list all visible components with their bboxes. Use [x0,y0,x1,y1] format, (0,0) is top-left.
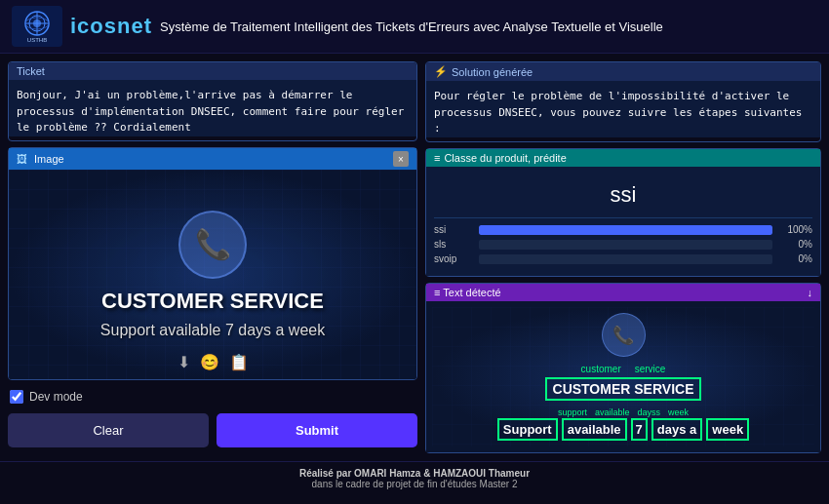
class-bar-pct: 0% [778,253,812,264]
ann-row1: customer service [578,363,669,375]
ticket-label: Ticket [17,65,45,77]
ann-dayss-small: dayss [636,407,663,418]
text-detected-content: 📞 customer service CUSTOMER SERVICE sup [426,301,820,452]
footer-names: OMARI Hamza & HAMZAOUI Thameur [354,468,530,479]
clear-button[interactable]: Clear [8,413,209,447]
ann-phone-circle: 📞 [602,313,646,357]
ann-week-small: week [666,407,691,418]
ann-customer-service-box: CUSTOMER SERVICE [545,377,702,401]
image-content: 📞 CUSTOMER SERVICE Support available 7 d… [100,211,325,339]
ann-row2-labels: support available dayss week [556,407,691,418]
ann-row2-boxes: Support available 7 days a week [497,418,749,441]
image-display: 📞 CUSTOMER SERVICE Support available 7 d… [9,170,416,379]
usthb-logo: USTHB [12,6,62,47]
footer-prefix: Réalisé par [299,468,354,479]
ann-row1b: CUSTOMER SERVICE [545,377,702,401]
class-bar-track [479,225,772,235]
ann-days-box: days a [651,418,702,441]
class-bar-track [479,254,772,264]
phone-circle: 📞 [178,211,247,279]
class-bar-label: svoip [434,253,473,264]
footer-line1: Réalisé par OMARI Hamza & HAMZAOUI Thame… [0,468,829,479]
dev-mode-label: Dev mode [29,390,83,404]
brand-name: icosnet [70,14,152,39]
right-panel: ⚡ Solution générée Pour régler le problè… [425,61,821,453]
phone-icon: 📞 [195,227,231,261]
image-header: 🖼 Image × [9,148,416,170]
left-panel: Ticket Bonjour, J'ai un problème,l'arriv… [8,61,417,453]
class-main-value: ssi [434,174,812,218]
solution-textarea[interactable]: Pour régler le problème de l'impossibili… [426,81,820,137]
class-bar-label: sls [434,239,473,250]
ann-phone-icon: 📞 [612,325,634,346]
header-title: Système de Traitement Intelligent des Ti… [160,19,663,34]
class-bar-fill [479,225,772,235]
class-header: ≡ Classe du produit, prédite [426,149,820,167]
annotated-image: 📞 customer service CUSTOMER SERVICE sup [432,307,814,446]
class-header-label: Classe du produit, prédite [444,152,566,164]
class-bar-row: ssi100% [434,224,812,235]
image-label: 🖼 Image [17,153,64,165]
ann-days-num: 7 [631,418,648,441]
main-content: Ticket Bonjour, J'ai un problème,l'arriv… [0,54,829,461]
text-detected-header: ≡ Text détecté ↓ [426,284,820,301]
solution-section: ⚡ Solution générée Pour régler le problè… [425,61,821,142]
class-bar-label: ssi [434,224,473,235]
solution-icon: ⚡ [434,65,448,78]
close-button[interactable]: × [393,151,409,167]
class-content: ssi ssi100%sls0%svoip0% [426,167,820,276]
dev-mode-row: Dev mode [8,386,417,407]
ticket-header: Ticket [9,62,416,80]
ann-week-box: week [706,418,749,441]
text-detected-section: ≡ Text détecté ↓ [425,283,821,453]
class-bar-row: svoip0% [434,253,812,264]
ann-available-small: available [593,407,632,418]
class-bars: ssi100%sls0%svoip0% [434,224,812,264]
footer-line2: dans le cadre de projet de fin d'études … [0,479,829,489]
header: USTHB icosnet Système de Traitement Inte… [0,0,829,54]
ann-service-small: service [632,363,669,375]
class-bar-row: sls0% [434,239,812,250]
submit-button[interactable]: Submit [217,413,417,447]
ticket-textarea[interactable]: Bonjour, J'ai un problème,l'arrive pas à… [9,80,416,136]
footer: Réalisé par OMARI Hamza & HAMZAOUI Thame… [0,461,829,495]
dev-mode-checkbox[interactable] [10,390,23,404]
solution-label: Solution générée [452,66,533,78]
text-detected-icon: ≡ [434,287,443,298]
class-header-icon: ≡ [434,152,440,164]
text-detected-header-left: ≡ Text détecté [434,287,501,298]
ann-customer-small: customer [578,363,624,375]
text-detected-download-icon[interactable]: ↓ [808,287,813,298]
support-text: Support available 7 days a week [100,322,325,339]
ticket-section: Ticket Bonjour, J'ai un problème,l'arriv… [8,61,417,141]
class-bar-pct: 0% [778,239,812,250]
logo-container: USTHB icosnet [12,6,152,47]
solution-header: ⚡ Solution générée [426,62,820,81]
ann-support-small: support [556,407,589,418]
class-bar-pct: 100% [778,224,812,235]
ann-support-box: Support [497,418,558,441]
buttons-row: Clear Submit [8,413,417,447]
ann-available-box: available [562,418,627,441]
svg-text:USTHB: USTHB [27,37,47,43]
class-section: ≡ Classe du produit, prédite ssi ssi100%… [425,148,821,277]
text-detected-label: Text détecté [443,287,500,298]
image-section: 🖼 Image × 📞 [8,147,417,380]
class-bar-track [479,240,772,250]
customer-service-text: CUSTOMER SERVICE [100,289,325,314]
ann-content: 📞 customer service CUSTOMER SERVICE sup [432,307,814,446]
